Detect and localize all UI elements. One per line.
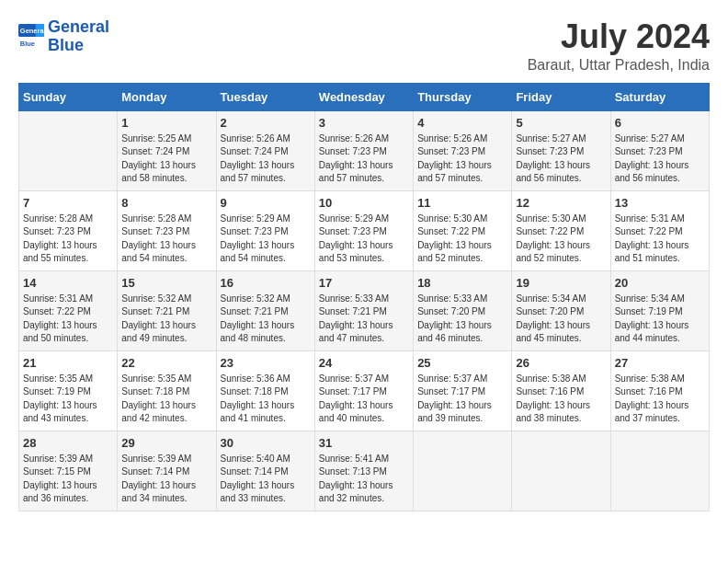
day-number: 27 [615, 356, 705, 370]
calendar-cell: 20Sunrise: 5:34 AMSunset: 7:19 PMDayligh… [610, 270, 709, 350]
day-number: 28 [23, 436, 113, 450]
day-number: 11 [417, 196, 507, 210]
day-info: Sunrise: 5:28 AMSunset: 7:23 PMDaylight:… [23, 213, 113, 266]
calendar-cell: 24Sunrise: 5:37 AMSunset: 7:17 PMDayligh… [314, 350, 413, 431]
day-number: 7 [23, 196, 113, 210]
day-number: 24 [319, 356, 409, 370]
calendar-cell [19, 110, 118, 190]
day-info: Sunrise: 5:34 AMSunset: 7:19 PMDaylight:… [615, 293, 705, 346]
calendar-cell [610, 431, 709, 511]
logo-icon: General Blue [18, 24, 44, 50]
day-info: Sunrise: 5:31 AMSunset: 7:22 PMDaylight:… [23, 293, 113, 346]
calendar-week-row: 1Sunrise: 5:25 AMSunset: 7:24 PMDaylight… [19, 110, 710, 190]
day-info: Sunrise: 5:37 AMSunset: 7:17 PMDaylight:… [319, 373, 409, 426]
title-block: July 2024 Baraut, Uttar Pradesh, India [528, 18, 710, 74]
day-info: Sunrise: 5:40 AMSunset: 7:14 PMDaylight:… [221, 453, 311, 506]
calendar-cell: 16Sunrise: 5:32 AMSunset: 7:21 PMDayligh… [216, 270, 314, 350]
day-number: 31 [319, 436, 409, 450]
calendar-cell: 26Sunrise: 5:38 AMSunset: 7:16 PMDayligh… [512, 350, 610, 431]
calendar-cell: 8Sunrise: 5:28 AMSunset: 7:23 PMDaylight… [118, 190, 216, 270]
day-info: Sunrise: 5:29 AMSunset: 7:23 PMDaylight:… [319, 213, 409, 266]
calendar-week-row: 28Sunrise: 5:39 AMSunset: 7:15 PMDayligh… [19, 431, 710, 511]
day-number: 8 [121, 196, 211, 210]
day-number: 15 [121, 276, 211, 290]
day-number: 6 [615, 116, 705, 130]
day-info: Sunrise: 5:27 AMSunset: 7:23 PMDaylight:… [516, 132, 606, 186]
day-info: Sunrise: 5:36 AMSunset: 7:18 PMDaylight:… [221, 373, 311, 426]
calendar-cell: 21Sunrise: 5:35 AMSunset: 7:19 PMDayligh… [19, 350, 118, 431]
day-number: 25 [417, 356, 507, 370]
day-info: Sunrise: 5:27 AMSunset: 7:23 PMDaylight:… [615, 132, 705, 186]
calendar-cell: 1Sunrise: 5:25 AMSunset: 7:24 PMDaylight… [118, 110, 216, 190]
calendar-cell: 28Sunrise: 5:39 AMSunset: 7:15 PMDayligh… [19, 431, 118, 511]
calendar-cell: 30Sunrise: 5:40 AMSunset: 7:14 PMDayligh… [216, 431, 314, 511]
day-info: Sunrise: 5:38 AMSunset: 7:16 PMDaylight:… [516, 373, 606, 426]
day-info: Sunrise: 5:35 AMSunset: 7:18 PMDaylight:… [121, 373, 211, 426]
calendar-cell: 11Sunrise: 5:30 AMSunset: 7:22 PMDayligh… [414, 190, 512, 270]
calendar-week-row: 14Sunrise: 5:31 AMSunset: 7:22 PMDayligh… [19, 270, 710, 350]
day-info: Sunrise: 5:26 AMSunset: 7:24 PMDaylight:… [221, 132, 311, 186]
svg-text:General: General [20, 27, 44, 35]
calendar-cell: 18Sunrise: 5:33 AMSunset: 7:20 PMDayligh… [414, 270, 512, 350]
day-info: Sunrise: 5:39 AMSunset: 7:15 PMDaylight:… [23, 453, 113, 506]
calendar-cell: 5Sunrise: 5:27 AMSunset: 7:23 PMDaylight… [512, 110, 610, 190]
day-info: Sunrise: 5:33 AMSunset: 7:21 PMDaylight:… [319, 293, 409, 346]
day-info: Sunrise: 5:30 AMSunset: 7:22 PMDaylight:… [417, 213, 507, 266]
day-info: Sunrise: 5:35 AMSunset: 7:19 PMDaylight:… [23, 373, 113, 426]
weekday-header-friday: Friday [512, 83, 610, 110]
day-number: 12 [516, 196, 606, 210]
calendar-cell: 4Sunrise: 5:26 AMSunset: 7:23 PMDaylight… [414, 110, 512, 190]
day-number: 3 [319, 116, 409, 130]
svg-text:Blue: Blue [20, 40, 35, 48]
calendar-week-row: 7Sunrise: 5:28 AMSunset: 7:23 PMDaylight… [19, 190, 710, 270]
weekday-header-row: SundayMondayTuesdayWednesdayThursdayFrid… [19, 83, 710, 110]
day-info: Sunrise: 5:25 AMSunset: 7:24 PMDaylight:… [121, 132, 211, 186]
calendar-cell: 3Sunrise: 5:26 AMSunset: 7:23 PMDaylight… [314, 110, 413, 190]
day-info: Sunrise: 5:37 AMSunset: 7:17 PMDaylight:… [417, 373, 507, 426]
day-number: 30 [221, 436, 311, 450]
calendar-cell [414, 431, 512, 511]
weekday-header-wednesday: Wednesday [314, 83, 413, 110]
day-number: 10 [319, 196, 409, 210]
weekday-header-thursday: Thursday [414, 83, 512, 110]
calendar-cell: 12Sunrise: 5:30 AMSunset: 7:22 PMDayligh… [512, 190, 610, 270]
day-info: Sunrise: 5:26 AMSunset: 7:23 PMDaylight:… [319, 132, 409, 186]
day-number: 4 [417, 116, 507, 130]
calendar-cell: 29Sunrise: 5:39 AMSunset: 7:14 PMDayligh… [118, 431, 216, 511]
calendar-cell: 23Sunrise: 5:36 AMSunset: 7:18 PMDayligh… [216, 350, 314, 431]
day-info: Sunrise: 5:29 AMSunset: 7:23 PMDaylight:… [221, 213, 311, 266]
weekday-header-monday: Monday [118, 83, 216, 110]
calendar-cell: 6Sunrise: 5:27 AMSunset: 7:23 PMDaylight… [610, 110, 709, 190]
calendar-cell: 19Sunrise: 5:34 AMSunset: 7:20 PMDayligh… [512, 270, 610, 350]
weekday-header-saturday: Saturday [610, 83, 709, 110]
month-title: July 2024 [528, 18, 710, 55]
day-number: 14 [23, 276, 113, 290]
day-number: 21 [23, 356, 113, 370]
day-info: Sunrise: 5:39 AMSunset: 7:14 PMDaylight:… [121, 453, 211, 506]
calendar-cell: 15Sunrise: 5:32 AMSunset: 7:21 PMDayligh… [118, 270, 216, 350]
location: Baraut, Uttar Pradesh, India [528, 57, 710, 74]
day-number: 13 [615, 196, 705, 210]
day-number: 18 [417, 276, 507, 290]
day-number: 16 [221, 276, 311, 290]
day-number: 26 [516, 356, 606, 370]
day-info: Sunrise: 5:26 AMSunset: 7:23 PMDaylight:… [417, 132, 507, 186]
day-number: 17 [319, 276, 409, 290]
day-number: 2 [221, 116, 311, 130]
day-number: 1 [121, 116, 211, 130]
day-number: 20 [615, 276, 705, 290]
day-number: 22 [121, 356, 211, 370]
weekday-header-tuesday: Tuesday [216, 83, 314, 110]
calendar-cell: 14Sunrise: 5:31 AMSunset: 7:22 PMDayligh… [19, 270, 118, 350]
calendar-cell: 31Sunrise: 5:41 AMSunset: 7:13 PMDayligh… [314, 431, 413, 511]
calendar-week-row: 21Sunrise: 5:35 AMSunset: 7:19 PMDayligh… [19, 350, 710, 431]
calendar-cell: 9Sunrise: 5:29 AMSunset: 7:23 PMDaylight… [216, 190, 314, 270]
day-info: Sunrise: 5:28 AMSunset: 7:23 PMDaylight:… [121, 213, 211, 266]
calendar-cell: 25Sunrise: 5:37 AMSunset: 7:17 PMDayligh… [414, 350, 512, 431]
calendar-cell: 13Sunrise: 5:31 AMSunset: 7:22 PMDayligh… [610, 190, 709, 270]
day-info: Sunrise: 5:33 AMSunset: 7:20 PMDaylight:… [417, 293, 507, 346]
calendar-table: SundayMondayTuesdayWednesdayThursdayFrid… [18, 83, 710, 511]
day-info: Sunrise: 5:30 AMSunset: 7:22 PMDaylight:… [516, 213, 606, 266]
calendar-cell: 17Sunrise: 5:33 AMSunset: 7:21 PMDayligh… [314, 270, 413, 350]
calendar-cell: 7Sunrise: 5:28 AMSunset: 7:23 PMDaylight… [19, 190, 118, 270]
